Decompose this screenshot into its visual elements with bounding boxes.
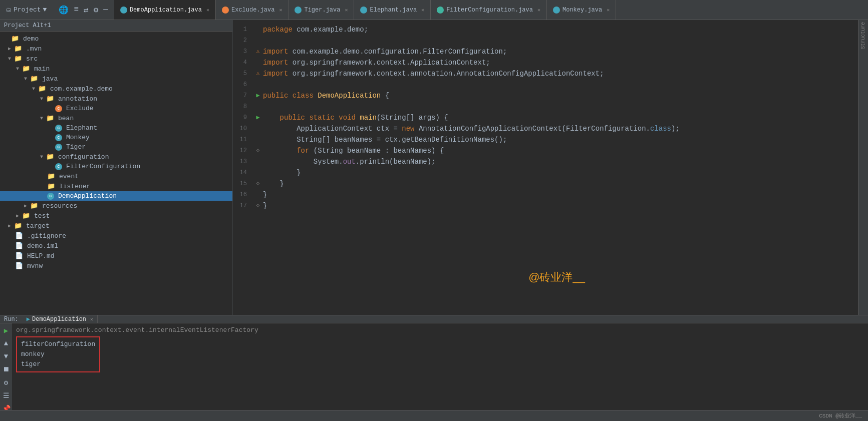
java-icon: C [55, 105, 62, 112]
code-line: 14 } [233, 167, 858, 178]
sidebar-tree[interactable]: 📁demo▶📁.mvn▼📁src▼📁main▼📁java▼📁com.exampl… [0, 32, 232, 315]
tab-filterconfig[interactable]: FilterConfiguration.java✕ [431, 0, 547, 20]
stop-button[interactable]: ⏹ [1, 364, 11, 374]
code-editor[interactable]: 1 package com.example.demo; 2 3 △ import… [233, 20, 858, 315]
tree-item-src[interactable]: ▼📁src [0, 54, 232, 64]
line-number: 5 [233, 68, 253, 79]
run-button[interactable]: ▶ [1, 325, 11, 335]
tab-close-tiger[interactable]: ✕ [345, 7, 348, 13]
tab-exclude[interactable]: Exclude.java✕ [216, 0, 288, 20]
tree-item-annotation[interactable]: ▼📁annotation [0, 94, 232, 104]
code-line: 16 } [233, 189, 858, 200]
tree-item-event[interactable]: 📁event [0, 171, 232, 181]
tree-item-label: listener [59, 183, 90, 190]
tree-item-label: test [34, 212, 50, 220]
line-number: 16 [233, 189, 253, 200]
line-number: 9 [233, 112, 253, 123]
structure-strip: Structure [858, 20, 868, 315]
format-button[interactable]: ☰ [1, 390, 11, 400]
tree-arrow: ▼ [8, 56, 11, 62]
run-tab-label: DemoApplication [32, 316, 86, 323]
line-content: public class DemoApplication { [263, 90, 854, 101]
line-content: System.out.println(beanName); [263, 156, 854, 167]
tree-item-com-example-demo[interactable]: ▼📁com.example.demo [0, 84, 232, 94]
tree-item-demo[interactable]: 📁demo [0, 34, 232, 44]
fold-marker: ◇ [256, 200, 259, 211]
line-content: for (String beanName : beanNames) { [263, 145, 854, 156]
tree-item-label: resources [42, 202, 77, 210]
console-output: org.springframework.context.event.intern… [12, 323, 868, 415]
bottom-panel: Run: ▶ DemoApplication ✕ ▶ ▲ ▼ ⏹ ⚙ ☰ 📌 o… [0, 315, 868, 410]
tab-close-demo[interactable]: ✕ [206, 7, 209, 13]
tree-arrow: ▶ [16, 213, 19, 219]
tab-label: FilterConfiguration.java [446, 7, 533, 14]
sync-icon[interactable]: ⇄ [84, 5, 89, 15]
tree-item-exclude[interactable]: CExclude [0, 104, 232, 113]
top-bar: 🗂 Project ▼ 🌐 ≡ ⇄ ⚙ — DemoApplication.ja… [0, 0, 868, 20]
folder-icon: 📁 [47, 172, 55, 180]
tree-item-target[interactable]: ▶📁target [0, 221, 232, 231]
tree-item-help-md[interactable]: 📄HELP.md [0, 251, 232, 261]
line-number: 4 [233, 57, 253, 68]
run-arrow: ▶ [256, 90, 259, 101]
tab-close-filterconfig[interactable]: ✕ [537, 7, 540, 13]
tab-monkey[interactable]: Monkey.java✕ [547, 0, 616, 20]
tree-item-test[interactable]: ▶📁test [0, 211, 232, 221]
tree-item-label: Exclude [66, 105, 94, 112]
folder-icon: 📁 [46, 114, 54, 122]
console-highlighted-box: filterConfigurationmonkeytiger [16, 336, 100, 372]
tree-item-monkey[interactable]: CMonkey [0, 133, 232, 142]
tree-item-label: demo.iml [27, 242, 58, 250]
folder-icon: 📁 [46, 95, 54, 103]
tree-item-demo-iml[interactable]: 📄demo.iml [0, 241, 232, 251]
java-icon: C [55, 163, 62, 170]
bottom-main: ▶ ▲ ▼ ⏹ ⚙ ☰ 📌 org.springframework.contex… [0, 323, 868, 415]
tab-close-exclude[interactable]: ✕ [279, 7, 282, 13]
tree-item-resources[interactable]: ▶📁resources [0, 201, 232, 211]
tree-item-label: configuration [58, 153, 109, 161]
tab-elephant[interactable]: Elephant.java✕ [354, 0, 431, 20]
settings-button[interactable]: ⚙ [1, 377, 11, 387]
settings-icon[interactable]: ⚙ [94, 5, 99, 15]
globe-icon[interactable]: 🌐 [59, 5, 69, 15]
scroll-up-button[interactable]: ▲ [1, 338, 11, 348]
tabs-bar: DemoApplication.java✕Exclude.java✕Tiger.… [114, 0, 868, 20]
tree-item--gitignore[interactable]: 📄.gitignore [0, 231, 232, 241]
tab-demo[interactable]: DemoApplication.java✕ [114, 0, 216, 20]
file-icon: 📄 [15, 242, 23, 250]
java-icon: C [55, 125, 62, 132]
tree-item-demoapplication[interactable]: CDemoApplication [0, 191, 232, 201]
tree-item-listener[interactable]: 📁listener [0, 181, 232, 191]
tree-item-filterconfiguration[interactable]: CFilterConfiguration [0, 162, 232, 171]
code-line: 15 ◇ } [233, 178, 858, 189]
file-icon: 📄 [15, 252, 23, 260]
minimize-icon[interactable]: — [103, 5, 108, 15]
tree-item--mvn[interactable]: ▶📁.mvn [0, 44, 232, 54]
tab-tiger[interactable]: Tiger.java✕ [288, 0, 354, 20]
tab-close-elephant[interactable]: ✕ [421, 7, 424, 13]
tree-arrow: ▶ [8, 223, 11, 229]
code-line: 10 ApplicationContext ctx = new Annotati… [233, 123, 858, 134]
tree-item-label: Elephant [66, 124, 97, 132]
tree-item-label: java [42, 75, 58, 83]
tree-item-mvnw[interactable]: 📄mvnw [0, 261, 232, 271]
tree-item-configuration[interactable]: ▼📁configuration [0, 152, 232, 162]
project-menu[interactable]: 🗂 Project ▼ [0, 6, 53, 14]
tab-label: Exclude.java [231, 7, 274, 14]
java-icon: C [55, 144, 62, 151]
tree-item-main[interactable]: ▼📁main [0, 64, 232, 74]
run-tab[interactable]: ▶ DemoApplication ✕ [23, 315, 98, 323]
tree-item-java[interactable]: ▼📁java [0, 74, 232, 84]
tab-close-monkey[interactable]: ✕ [607, 7, 610, 13]
line-number: 7 [233, 90, 253, 101]
code-line: 1 package com.example.demo; [233, 24, 858, 35]
tree-item-elephant[interactable]: CElephant [0, 123, 232, 133]
tree-item-tiger[interactable]: CTiger [0, 142, 232, 152]
tree-item-label: bean [58, 115, 74, 122]
folder-icon: 📁 [38, 85, 46, 93]
tree-arrow: ▼ [32, 86, 35, 92]
line-number: 15 [233, 178, 253, 189]
scroll-down-button[interactable]: ▼ [1, 351, 11, 361]
tree-item-bean[interactable]: ▼📁bean [0, 113, 232, 123]
list-icon[interactable]: ≡ [74, 5, 79, 15]
